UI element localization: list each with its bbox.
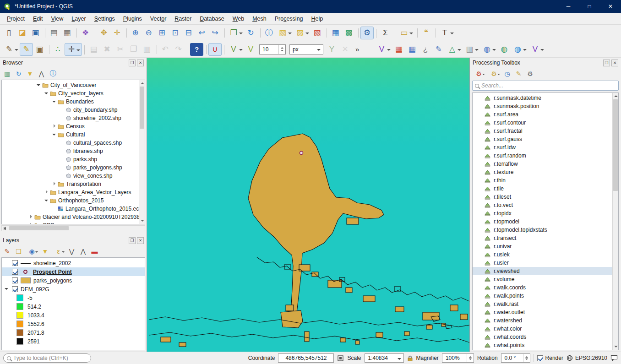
- expand-all-button[interactable]: ⋁: [66, 246, 77, 257]
- save-project-button[interactable]: ▣: [29, 27, 42, 39]
- pan-to-selection-button[interactable]: ✛: [110, 27, 124, 39]
- algorithm-item[interactable]: r.surf.gauss: [473, 135, 612, 143]
- scroll-right-icon[interactable]: [2, 226, 8, 231]
- browser-close-button[interactable]: ✕: [137, 60, 144, 66]
- layer-query-button[interactable]: ▥: [463, 43, 480, 56]
- show-layout-manager-button[interactable]: ▦: [60, 27, 74, 39]
- web-services-button[interactable]: ◍: [480, 43, 497, 56]
- algorithm-item[interactable]: r.transect: [473, 234, 612, 242]
- tree-expander-icon[interactable]: [28, 223, 34, 224]
- new-print-layout-button[interactable]: ▤: [47, 27, 60, 39]
- processing-float-button[interactable]: ❐: [603, 60, 610, 66]
- algorithm-item[interactable]: r.texture: [473, 168, 612, 176]
- tree-expander-icon[interactable]: [60, 148, 65, 154]
- snap-type-button[interactable]: V: [227, 43, 244, 56]
- tree-item-view-cones[interactable]: view_cones.shp: [2, 172, 139, 180]
- algorithm-item[interactable]: r.topmodel: [473, 217, 612, 226]
- browser-scrollbar[interactable]: [139, 80, 145, 224]
- menu-settings[interactable]: Settings: [90, 14, 119, 24]
- raster-tools-button[interactable]: ▦: [392, 43, 405, 56]
- tree-item-parks-polygons[interactable]: parks_polygons.shp: [2, 163, 139, 172]
- layer-visibility-checkbox[interactable]: [12, 286, 18, 292]
- raster-grid-button[interactable]: ▦: [405, 43, 419, 56]
- collapse-all-layers-button[interactable]: ⋀: [78, 246, 88, 257]
- zoom-to-layer-button[interactable]: ⊟: [182, 27, 195, 39]
- minimize-button[interactable]: ─: [558, 0, 579, 13]
- toggle-editing-button[interactable]: ✎: [20, 43, 33, 56]
- browser-float-button[interactable]: ❐: [129, 60, 136, 66]
- scroll-up-icon[interactable]: [139, 80, 145, 86]
- tree-item-libraries[interactable]: libraries.shp: [2, 147, 139, 155]
- identify-features-button[interactable]: ⓘ: [262, 27, 276, 39]
- menu-layer[interactable]: Layer: [67, 14, 90, 24]
- algorithm-item[interactable]: r.topmodel.topidxstats: [473, 226, 612, 234]
- algorithm-item[interactable]: r.sunmask.datetime: [473, 94, 612, 102]
- algorithm-item[interactable]: r.usler: [473, 259, 612, 267]
- tree-item-glacier-volcano[interactable]: Glacier and Volcano-20200910T202938: [2, 213, 139, 221]
- tree-item-transportation[interactable]: Transportation: [2, 180, 139, 188]
- open-layer-styling-button[interactable]: ✎: [2, 246, 12, 257]
- zoom-to-selection-button[interactable]: ⊡: [169, 27, 182, 39]
- history-button[interactable]: ◷: [502, 69, 512, 79]
- algorithm-item-r-viewshed[interactable]: r.viewshed: [473, 267, 612, 275]
- cut-features-button[interactable]: ✂: [114, 43, 127, 56]
- add-point-feature-button[interactable]: ∴: [51, 43, 65, 56]
- snapping-tolerance-spinbox[interactable]: 10: [259, 44, 286, 54]
- open-attribute-table-button[interactable]: ▦: [329, 27, 342, 39]
- algorithm-item[interactable]: r.sunmask.position: [473, 102, 612, 110]
- layer-visibility-checkbox[interactable]: [12, 269, 18, 275]
- extents-toggle-icon[interactable]: [337, 355, 344, 362]
- menu-help[interactable]: Help: [307, 14, 327, 24]
- menu-raster[interactable]: Raster: [170, 14, 196, 24]
- zoom-next-button[interactable]: ↪: [208, 27, 222, 39]
- topological-editing-button[interactable]: Y: [325, 43, 338, 56]
- layer-visibility-checkbox[interactable]: [12, 260, 18, 266]
- snapping-button[interactable]: ∪: [208, 43, 222, 56]
- scrollbar-thumb[interactable]: [140, 87, 144, 129]
- menu-plugins[interactable]: Plugins: [119, 14, 146, 24]
- algorithm-item[interactable]: r.to.vect: [473, 201, 612, 209]
- tree-item-gps[interactable]: GPS: [2, 221, 139, 224]
- scroll-up-icon[interactable]: [613, 93, 619, 99]
- geometry-validity-button[interactable]: △: [445, 43, 463, 56]
- add-selected-layers-button[interactable]: ▥: [2, 69, 12, 79]
- layers-float-button[interactable]: ❐: [129, 237, 136, 244]
- tree-expander-icon[interactable]: [60, 107, 65, 113]
- spinner-arrows[interactable]: [523, 354, 530, 362]
- tree-expander-icon[interactable]: [60, 115, 65, 121]
- scroll-down-icon[interactable]: [139, 218, 145, 224]
- help-button[interactable]: ?: [190, 43, 203, 56]
- pan-map-button[interactable]: ✥: [97, 27, 110, 39]
- algorithm-item[interactable]: r.thin: [473, 176, 612, 185]
- menu-edit[interactable]: Edit: [29, 14, 47, 24]
- select-features-button[interactable]: ▧: [276, 27, 293, 39]
- refresh-map-button[interactable]: ↻: [244, 27, 257, 39]
- modify-attributes-button[interactable]: ▤: [87, 43, 100, 56]
- add-group-button[interactable]: ❏: [13, 246, 24, 257]
- tree-expander-icon[interactable]: [44, 91, 49, 96]
- menu-project[interactable]: Project: [3, 14, 29, 24]
- tree-item-city-vector-layers[interactable]: City_vector_layers: [2, 89, 139, 98]
- filter-browser-button[interactable]: ▼: [25, 69, 35, 79]
- algorithm-item[interactable]: r.what.coords: [473, 333, 612, 341]
- scrollbar-thumb[interactable]: [613, 99, 618, 191]
- copy-features-button[interactable]: ❐: [127, 43, 140, 56]
- rotation-spinbox[interactable]: 0.0 °: [501, 353, 530, 363]
- maximize-button[interactable]: □: [579, 0, 600, 13]
- layer-expander-icon[interactable]: [4, 269, 9, 274]
- tree-item-parks[interactable]: parks.shp: [2, 155, 139, 163]
- coordinate-input[interactable]: 486765,5457512: [278, 353, 334, 363]
- zoom-out-button[interactable]: ⊖: [142, 27, 155, 39]
- layers-close-button[interactable]: ✕: [137, 237, 144, 244]
- browser-hscrollbar[interactable]: [1, 225, 145, 231]
- map-canvas[interactable]: [147, 58, 470, 352]
- tree-expander-icon[interactable]: [52, 132, 57, 137]
- zoom-in-button[interactable]: ⊕: [129, 27, 142, 39]
- algorithm-item[interactable]: r.walk.coords: [473, 283, 612, 292]
- layer-shoreline-2002[interactable]: shoreline_2002: [2, 259, 145, 267]
- locator-search-box[interactable]: [3, 353, 91, 363]
- edit-features-in-place-button[interactable]: ✎: [513, 69, 524, 79]
- open-project-button[interactable]: ◪: [16, 27, 29, 39]
- coordinate-capture-button[interactable]: ¿: [419, 43, 432, 56]
- locator-input[interactable]: [13, 355, 82, 361]
